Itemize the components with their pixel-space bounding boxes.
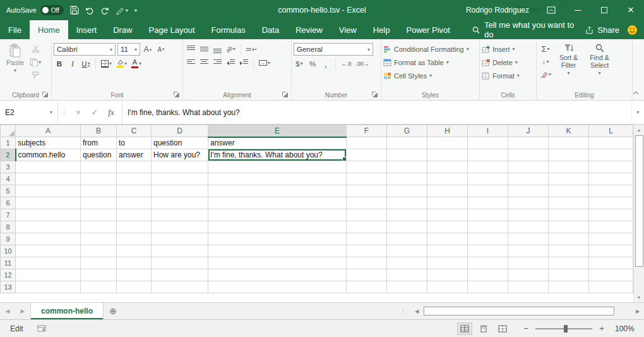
row-header-12[interactable]: 12 [1,269,16,281]
decrease-font-size-button[interactable]: A▾ [155,44,167,56]
column-header-D[interactable]: D [152,125,208,137]
feedback-button[interactable] [627,20,644,39]
column-header-B[interactable]: B [81,125,117,137]
cell-H3[interactable] [427,161,468,173]
cell-A8[interactable] [16,221,81,233]
format-painter-button[interactable] [28,70,42,82]
cell-J9[interactable] [508,233,549,245]
format-cells-button[interactable]: Format ▾ [482,69,534,82]
cell-H13[interactable] [427,281,468,293]
tab-file[interactable]: File [0,20,30,39]
align-left-button[interactable] [185,57,196,69]
cell-F5[interactable] [347,185,387,197]
select-all-button[interactable] [1,125,16,137]
tab-view[interactable]: View [331,20,365,39]
cell-F7[interactable] [347,209,387,221]
font-name-combobox[interactable]: Calibri▾ [54,43,116,56]
cell-L2[interactable] [589,149,633,161]
cell-A3[interactable] [16,161,81,173]
zoom-out-button[interactable]: − [522,324,530,333]
cell-F10[interactable] [347,245,387,257]
cell-E1[interactable]: answer [208,137,347,149]
column-header-E[interactable]: E [208,125,347,137]
tab-page-layout[interactable]: Page Layout [141,20,203,39]
font-dialog-launcher[interactable] [174,92,179,97]
increase-indent-button[interactable] [238,57,249,69]
cell-E10[interactable] [208,245,347,257]
cell-F12[interactable] [347,269,387,281]
align-middle-button[interactable] [198,43,210,55]
cell-D12[interactable] [152,269,208,281]
cell-G5[interactable] [387,185,427,197]
cell-E2[interactable]: I'm fine, thanks. What about you? [208,149,347,161]
number-dialog-launcher[interactable] [372,92,378,97]
tell-me-box[interactable]: Tell me what you want to do [472,20,578,39]
ribbon-display-options-button[interactable] [538,0,564,20]
column-header-F[interactable]: F [347,125,387,137]
column-header-C[interactable]: C [117,125,152,137]
cell-G11[interactable] [387,257,427,269]
cell-L8[interactable] [589,221,633,233]
customize-quick-access-button[interactable]: ▾ [134,8,137,13]
cell-G4[interactable] [387,173,427,185]
insert-cells-button[interactable]: Insert ▾ [482,42,534,56]
cell-D6[interactable] [152,197,208,209]
cell-F8[interactable] [347,221,387,233]
cell-F13[interactable] [347,281,387,293]
delete-cells-button[interactable]: Delete ▾ [482,56,534,69]
align-right-button[interactable] [212,57,223,69]
cell-C2[interactable]: answer [117,149,152,161]
cell-L5[interactable] [589,185,633,197]
cell-C6[interactable] [117,197,152,209]
cell-A1[interactable]: subjects [16,137,81,149]
cell-K9[interactable] [549,233,589,245]
page-break-view-button[interactable] [495,322,510,335]
cell-H10[interactable] [427,245,468,257]
column-header-I[interactable]: I [468,125,508,137]
cell-J10[interactable] [508,245,549,257]
row-header-6[interactable]: 6 [1,197,16,209]
cell-B1[interactable]: from [81,137,117,149]
tab-review[interactable]: Review [287,20,331,39]
cell-H12[interactable] [427,269,468,281]
autosave-toggle[interactable]: AutoSave Off [6,5,64,15]
bold-button[interactable]: B [54,58,65,70]
normal-view-button[interactable] [457,322,472,335]
insert-function-button[interactable]: fx [104,106,118,119]
cell-styles-button[interactable]: Cell Styles ▾ [383,69,477,82]
cell-E7[interactable] [208,209,347,221]
cell-A6[interactable] [16,197,81,209]
undo-button[interactable] [85,6,94,15]
vertical-scrollbar[interactable]: ▲ ▼ [633,125,644,302]
borders-button[interactable]: ▾ [100,58,113,70]
cell-J2[interactable] [508,149,549,161]
cell-K11[interactable] [549,257,589,269]
cell-J5[interactable] [508,185,549,197]
cell-F11[interactable] [347,257,387,269]
autosum-button[interactable]: Σ▾ [539,43,552,55]
row-header-3[interactable]: 3 [1,161,16,173]
horizontal-scrollbar-thumb[interactable] [424,307,614,316]
cell-K5[interactable] [549,185,589,197]
minimize-button[interactable]: ─ [564,0,591,20]
fill-color-button[interactable]: ▾ [115,58,128,70]
cell-B7[interactable] [81,209,117,221]
save-button[interactable] [70,6,79,15]
tabbar-splitter[interactable]: ⋮ [396,303,410,319]
cell-D3[interactable] [152,161,208,173]
row-header-8[interactable]: 8 [1,221,16,233]
cell-E5[interactable] [208,185,347,197]
row-header-1[interactable]: 1 [1,137,16,149]
cell-F1[interactable] [347,137,387,149]
share-button[interactable]: Share [578,20,627,39]
wrap-text-button[interactable]: ↩ [245,43,258,55]
cell-F6[interactable] [347,197,387,209]
cell-J7[interactable] [508,209,549,221]
number-format-combobox[interactable]: General▾ [294,43,373,56]
cell-G2[interactable] [387,149,427,161]
column-header-K[interactable]: K [549,125,589,137]
cell-K7[interactable] [549,209,589,221]
fill-button[interactable]: ↓▾ [539,56,552,68]
cell-H1[interactable] [427,137,468,149]
cell-E8[interactable] [208,221,347,233]
